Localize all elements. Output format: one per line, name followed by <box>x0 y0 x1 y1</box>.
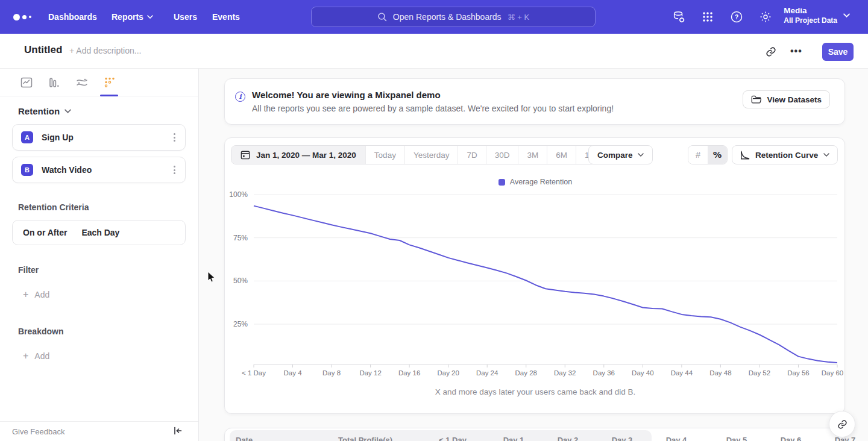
project-scope: All Project Data <box>784 16 837 25</box>
step-a-menu-icon[interactable] <box>171 131 178 144</box>
search-icon <box>377 12 387 22</box>
compare-button[interactable]: Compare <box>588 145 653 164</box>
apps-grid-icon[interactable] <box>700 10 715 24</box>
percent-toggle-button[interactable]: % <box>708 146 727 164</box>
step-b-menu-icon[interactable] <box>171 163 178 177</box>
active-tab-indicator <box>100 95 118 96</box>
collapse-sidebar-icon[interactable] <box>173 426 184 437</box>
step-a-card[interactable]: A Sign Up <box>12 124 186 151</box>
retention-chart-card: Jan 1, 2020 — Mar 1, 2020 TodayYesterday… <box>224 137 845 414</box>
step-b-badge: B <box>21 164 33 176</box>
step-b-label: Watch Video <box>42 165 92 175</box>
average-retention-line[interactable] <box>254 206 837 363</box>
table-column-header[interactable]: < 1 Day <box>439 436 467 441</box>
date-range-button[interactable]: Jan 1, 2020 — Mar 1, 2020 <box>231 146 365 164</box>
tab-flows[interactable] <box>75 75 89 90</box>
criteria-mode[interactable]: On or After <box>23 228 67 237</box>
plus-icon: + <box>23 352 28 360</box>
table-column-header[interactable]: Day 2 <box>558 436 579 441</box>
report-type-tabs <box>0 69 199 96</box>
info-icon: i <box>235 92 245 102</box>
share-link-button[interactable] <box>829 411 855 437</box>
view-datasets-button[interactable]: View Datasets <box>743 90 830 108</box>
project-name: Media <box>784 5 837 16</box>
preset-6m[interactable]: 6M <box>547 146 576 164</box>
step-b-card[interactable]: B Watch Video <box>12 157 186 183</box>
mixpanel-logo-icon[interactable] <box>13 0 31 34</box>
logo-dot <box>13 14 20 20</box>
table-column-header[interactable]: Day 6 <box>781 436 802 441</box>
x-tick-label: Day 60 <box>808 369 857 377</box>
add-filter-button[interactable]: + Add <box>23 290 49 299</box>
settings-gear-icon[interactable] <box>758 10 773 24</box>
search-placeholder: Open Reports & Dashboards <box>393 12 502 22</box>
date-range-group: Jan 1, 2020 — Mar 1, 2020 TodayYesterday… <box>231 145 609 164</box>
breakdown-heading: Breakdown <box>18 327 63 336</box>
retention-criteria-heading: Retention Criteria <box>18 202 89 212</box>
banner-title: Welcome! You are viewing a Mixpanel demo <box>252 90 441 100</box>
chevron-down-icon <box>823 153 829 157</box>
top-nav: Dashboards Reports Users Events Open Rep… <box>0 0 868 34</box>
preset-yesterday[interactable]: Yesterday <box>404 146 458 164</box>
link-icon <box>837 419 848 430</box>
date-presets: TodayYesterday7D30D3M6M12M <box>365 146 609 164</box>
chevron-down-icon <box>147 15 153 19</box>
nav-reports[interactable]: Reports <box>112 0 153 34</box>
save-button[interactable]: Save <box>822 43 854 61</box>
preset-7d[interactable]: 7D <box>458 146 485 164</box>
count-toggle-button[interactable]: # <box>688 146 708 164</box>
table-column-header[interactable]: Total Profile(s) <box>338 436 392 441</box>
retention-line-chart[interactable] <box>225 169 846 380</box>
mixpanel-retention-report: Dashboards Reports Users Events Open Rep… <box>0 0 868 441</box>
search-input[interactable]: Open Reports & Dashboards ⌘ + K <box>311 7 596 27</box>
banner-subtitle: All the reports you see are powered by a… <box>252 104 614 113</box>
add-breakdown-button[interactable]: + Add <box>23 351 49 361</box>
tab-retention[interactable] <box>102 75 117 90</box>
retention-criteria-card[interactable]: On or After Each Day <box>12 220 186 245</box>
chart-caption: X and more days later your users came ba… <box>225 387 846 396</box>
chevron-down-icon <box>843 13 850 17</box>
preset-30d[interactable]: 30D <box>486 146 518 164</box>
filter-heading: Filter <box>18 265 39 275</box>
retention-table-card: DateTotal Profile(s)< 1 DayDay 1Day 2Day… <box>224 428 845 441</box>
folder-icon <box>751 95 761 104</box>
preset-3m[interactable]: 3M <box>518 146 547 164</box>
report-header: Untitled + Add description... ••• <box>0 34 868 69</box>
copy-link-icon[interactable] <box>766 46 776 57</box>
search-shortcut: ⌘ + K <box>508 13 530 22</box>
plus-icon: + <box>23 290 28 299</box>
more-options-button[interactable]: ••• <box>790 46 802 57</box>
step-a-badge: A <box>21 131 33 143</box>
table-column-header[interactable]: Date <box>236 436 253 441</box>
give-feedback-link[interactable]: Give Feedback <box>12 427 64 436</box>
nav-users[interactable]: Users <box>174 0 197 34</box>
preset-today[interactable]: Today <box>365 146 404 164</box>
help-icon[interactable]: ? <box>729 10 744 24</box>
sidebar: Retention A Sign Up B Watch Video Retent… <box>0 69 199 441</box>
tab-insights[interactable] <box>19 75 34 90</box>
table-column-header[interactable]: Day 5 <box>726 436 747 441</box>
chart-type-dropdown[interactable]: Retention Curve <box>732 145 838 164</box>
step-a-label: Sign Up <box>42 133 74 142</box>
chevron-down-icon <box>64 109 71 113</box>
sidebar-footer: Give Feedback <box>0 421 198 441</box>
chevron-down-icon <box>638 153 644 157</box>
logo-dot <box>22 15 27 19</box>
table-column-header[interactable]: Day 3 <box>612 436 633 441</box>
value-format-toggle: # % <box>688 145 728 164</box>
criteria-interval[interactable]: Each Day <box>81 228 119 237</box>
table-column-header[interactable]: Day 1 <box>503 436 524 441</box>
retention-section-toggle[interactable]: Retention <box>18 106 71 116</box>
calendar-icon <box>241 150 250 160</box>
welcome-banner: i Welcome! You are viewing a Mixpanel de… <box>224 78 845 125</box>
retention-curve-icon <box>740 151 750 160</box>
logo-dot <box>29 16 31 18</box>
report-title[interactable]: Untitled <box>24 44 62 56</box>
nav-events[interactable]: Events <box>212 0 240 34</box>
add-description-field[interactable]: + Add description... <box>69 46 141 55</box>
nav-dashboards[interactable]: Dashboards <box>48 0 97 34</box>
project-selector[interactable]: Media All Project Data <box>784 5 850 25</box>
tab-funnels[interactable] <box>47 75 61 90</box>
data-management-icon[interactable] <box>671 10 686 24</box>
table-column-header[interactable]: Day 4 <box>666 436 687 441</box>
